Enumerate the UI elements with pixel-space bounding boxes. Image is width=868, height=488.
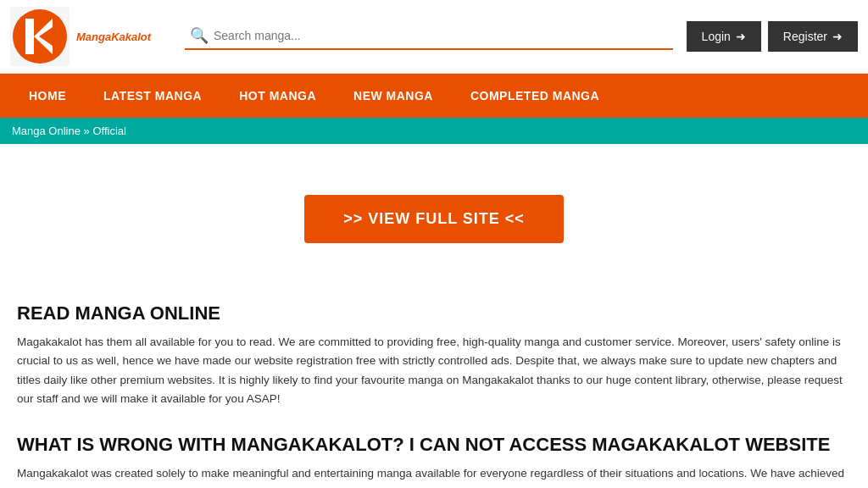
breadcrumb-manga-online[interactable]: Manga Online [12, 125, 81, 137]
search-area: 🔍 [185, 23, 673, 50]
logo-area: MangaKakalot [10, 7, 171, 66]
nav-item-latest[interactable]: LATEST MANGA [85, 74, 220, 118]
section-wrong-mangakakalot: WHAT IS WRONG WITH MANGAKAKALOT? I CAN N… [17, 434, 851, 488]
logo-text: MangaKakalot [76, 30, 151, 43]
nav-item-home[interactable]: HOME [10, 74, 85, 118]
breadcrumb: Manga Online » Official [0, 118, 868, 144]
site-header: MangaKakalot 🔍 Login ➜ Register ➜ [0, 0, 868, 74]
main-nav: HOME LATEST MANGA HOT MANGA NEW MANGA CO… [0, 74, 868, 118]
login-button[interactable]: Login ➜ [687, 21, 761, 52]
nav-item-hot[interactable]: HOT MANGA [220, 74, 335, 118]
nav-item-completed[interactable]: COMPLETED MANGA [452, 74, 618, 118]
svg-rect-2 [25, 19, 34, 54]
site-logo-icon [10, 7, 70, 66]
search-input[interactable] [214, 29, 668, 42]
main-content: >> VIEW FULL SITE << READ MANGA ONLINE M… [0, 144, 868, 488]
login-label: Login [702, 30, 731, 43]
section-read-manga: READ MANGA ONLINE Magakakalot has them a… [17, 302, 851, 408]
view-full-site-button[interactable]: >> VIEW FULL SITE << [304, 195, 564, 243]
section-wrong-body: Mangakakalot was created solely to make … [17, 464, 851, 488]
breadcrumb-official: Official [92, 125, 126, 137]
cta-label: >> VIEW FULL SITE << [343, 210, 525, 227]
section-wrong-title: WHAT IS WRONG WITH MANGAKAKALOT? I CAN N… [17, 434, 851, 456]
login-arrow-icon: ➜ [736, 30, 746, 43]
svg-point-1 [13, 9, 67, 64]
cta-section: >> VIEW FULL SITE << [17, 169, 851, 277]
breadcrumb-separator: » [84, 125, 93, 137]
auth-buttons: Login ➜ Register ➜ [687, 21, 858, 52]
section-read-manga-title: READ MANGA ONLINE [17, 302, 851, 324]
register-label: Register [783, 30, 827, 43]
register-arrow-icon: ➜ [832, 30, 843, 43]
nav-item-new[interactable]: NEW MANGA [335, 74, 452, 118]
search-icon: 🔍 [190, 26, 209, 45]
section-read-manga-body: Magakakalot has them all available for y… [17, 333, 851, 408]
register-button[interactable]: Register ➜ [768, 21, 858, 52]
